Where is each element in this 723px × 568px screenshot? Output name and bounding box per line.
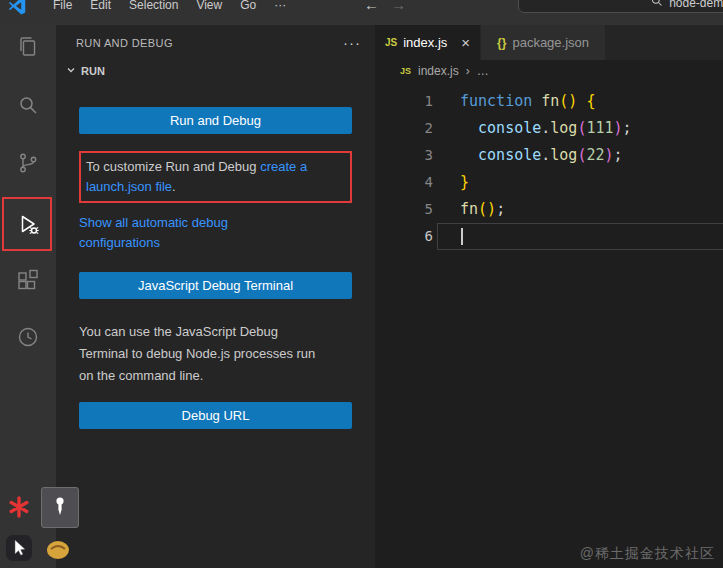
run-and-debug-panel: RUN AND DEBUG ··· RUN Run and Debug To c… [56,25,375,568]
code-line[interactable]: 5fn(); [375,196,723,223]
line-number: 2 [375,115,437,142]
tab-package-json[interactable]: {} package.json [481,25,605,60]
tab-index-js[interactable]: JS index.js × [375,25,480,60]
code-text[interactable]: console.log(111); [437,115,723,142]
menu-selection[interactable]: Selection [120,0,187,13]
line-number: 4 [375,169,437,196]
editor-group: JS index.js × {} package.json JS index.j… [375,25,723,568]
menu-file[interactable]: File [44,0,81,13]
breadcrumb-file[interactable]: index.js [418,64,459,78]
run-and-debug-icon[interactable] [0,201,56,249]
code-line[interactable]: 2 console.log(111); [375,115,723,142]
watermark: @稀土掘金技术社区 [580,545,715,563]
tab-label: index.js [403,35,447,50]
code-line[interactable]: 6 [375,223,723,250]
json-file-icon: {} [497,36,506,50]
tab-bar: JS index.js × {} package.json [375,25,723,60]
code-lines: 1function fn() {2 console.log(111);3 con… [375,82,723,250]
text-cursor [461,228,463,245]
line-number: 5 [375,196,437,223]
code-line[interactable]: 4} [375,169,723,196]
customize-hint-text: To customize Run and Debug [86,159,260,174]
line-number: 1 [375,88,437,115]
sidebar-header: RUN AND DEBUG ··· [56,25,375,60]
search-icon [651,0,663,10]
nav-arrows: ← → [364,0,406,13]
code-text[interactable]: function fn() { [437,88,723,115]
js-file-icon: JS [400,66,411,76]
run-section-label: RUN [81,65,105,77]
js-file-icon: JS [385,37,397,48]
close-icon[interactable]: × [461,34,470,51]
breadcrumb-separator: › [466,64,470,78]
source-control-icon[interactable] [0,139,56,187]
menu-go[interactable]: Go [231,0,265,13]
explorer-icon[interactable] [0,23,56,71]
code-line[interactable]: 3 console.log(22); [375,142,723,169]
run-section-header[interactable]: RUN [56,60,375,82]
pin-button[interactable] [41,487,79,528]
customize-hint-annotated: To customize Run and Debug create a laun… [79,151,352,203]
run-and-debug-button[interactable]: Run and Debug [79,107,352,134]
menu-view[interactable]: View [187,0,231,13]
breadcrumb-more[interactable]: … [477,64,489,78]
command-center-label: node-demo [669,0,723,10]
command-center[interactable]: node-demo [518,0,723,13]
code-line[interactable]: 1function fn() { [375,88,723,115]
menu-edit[interactable]: Edit [81,0,120,13]
sidebar-title: RUN AND DEBUG [76,37,173,49]
terminal-description: You can use the JavaScript Debug Termina… [79,321,324,387]
js-debug-terminal-button[interactable]: JavaScript Debug Terminal [79,272,352,299]
yellow-tool-icon[interactable] [44,537,72,565]
sidebar-content: Run and Debug To customize Run and Debug… [56,107,375,429]
debug-url-button[interactable]: Debug URL [79,402,352,429]
menu-bar: File Edit Selection View Go ··· [44,0,295,13]
sidebar-more-actions[interactable]: ··· [343,38,361,48]
title-bar: File Edit Selection View Go ··· ← → node… [0,0,723,25]
code-text[interactable] [437,223,723,250]
clock-icon[interactable] [0,313,56,361]
extensions-icon[interactable] [0,257,56,305]
line-number: 3 [375,142,437,169]
search-view-icon[interactable] [0,81,56,129]
breadcrumb: JS index.js › … [375,60,723,82]
forward-arrow-icon[interactable]: → [391,0,406,13]
vscode-logo-icon [8,0,26,19]
code-text[interactable]: fn(); [437,196,723,223]
code-text[interactable]: } [437,169,723,196]
pin-icon [50,495,70,521]
back-arrow-icon[interactable]: ← [364,0,379,13]
line-number: 6 [375,223,437,250]
code-text[interactable]: console.log(22); [437,142,723,169]
cursor-icon[interactable] [6,535,32,565]
menu-more[interactable]: ··· [265,0,295,13]
chevron-down-icon [66,65,76,77]
show-debug-configurations-link[interactable]: Show all automatic debug configurations [79,213,309,253]
customize-hint-period: . [172,179,176,194]
tab-label: package.json [512,35,589,50]
recorder-icon[interactable] [7,495,31,523]
